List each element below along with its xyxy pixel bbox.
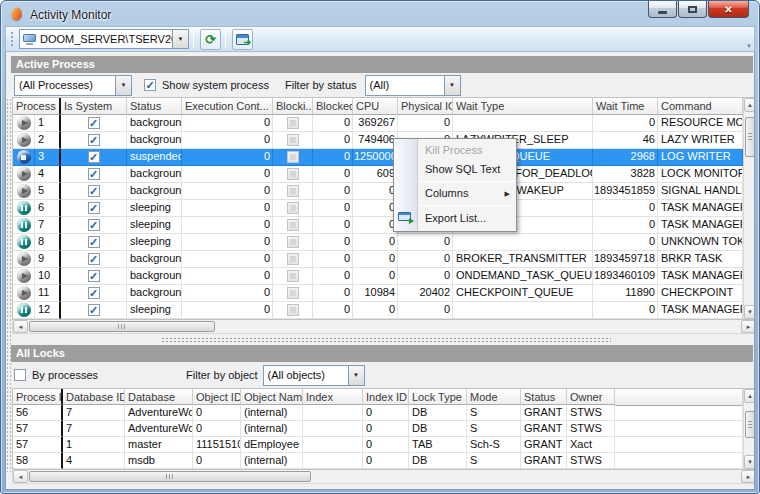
show-system-label: Show system process: [162, 79, 269, 91]
server-combo-dropdown-button[interactable]: ▼: [172, 30, 188, 48]
all-locks-horizontal-scrollbar[interactable]: ◄ ►: [12, 470, 755, 484]
cell-blocked-by: 0: [313, 183, 353, 200]
scroll-track[interactable]: [744, 403, 755, 455]
minimize-button[interactable]: [648, 1, 677, 18]
column-header-object-name[interactable]: Object Name: [241, 389, 303, 405]
column-header-blocked-[interactable]: Blocked ...: [313, 98, 353, 115]
column-header-wait-type[interactable]: Wait Type: [453, 98, 593, 115]
column-header-mode[interactable]: Mode: [467, 389, 521, 405]
menu-item-show-sql-text[interactable]: Show SQL Text: [394, 160, 516, 179]
scroll-thumb[interactable]: [29, 471, 311, 482]
cell-cpu: 609: [353, 166, 398, 183]
column-header-lock-type[interactable]: Lock Type: [409, 389, 467, 405]
scroll-left-button[interactable]: ◄: [13, 320, 28, 333]
scroll-right-button[interactable]: ►: [741, 320, 755, 333]
process-row[interactable]: 10✓background0000ONDEMAND_TASK_QUEUE1893…: [13, 268, 743, 285]
process-row[interactable]: 7✓sleeping00000TASK MANAGER: [13, 217, 743, 234]
column-header-execution-cont-[interactable]: Execution Cont...: [182, 98, 273, 115]
process-row[interactable]: 1✓background0036926700RESOURCE MONITOR: [13, 115, 743, 132]
column-header-index[interactable]: Index: [303, 389, 363, 405]
column-header-object-id[interactable]: Object ID: [193, 389, 241, 405]
cell-process-id: 1: [35, 115, 61, 132]
all-locks-header-row: Process IDDatabase IDDatabaseObject IDOb…: [13, 389, 743, 405]
by-processes-checkbox[interactable]: [14, 369, 26, 381]
cell-object-name: dEmployee: [241, 437, 303, 453]
cell-status: background: [127, 115, 182, 132]
column-header-is-system[interactable]: Is System: [61, 98, 127, 115]
active-process-vertical-scrollbar[interactable]: ▲ ▼: [743, 98, 755, 319]
column-header-process-[interactable]: Process ...: [13, 98, 61, 115]
lock-row[interactable]: 571master1115151018dEmployee0TABSch-SGRA…: [13, 437, 743, 453]
menu-item-columns[interactable]: Columns▶: [394, 184, 516, 203]
scroll-right-button[interactable]: ►: [741, 470, 755, 483]
column-header-command[interactable]: Command: [658, 98, 743, 115]
column-header-physical-io[interactable]: Physical IO: [398, 98, 453, 115]
close-button[interactable]: ✕: [708, 1, 749, 18]
cell-process-id: 9: [35, 251, 61, 268]
menu-item-kill-process[interactable]: Kill Process: [394, 141, 516, 160]
cell-lock-type: DB: [409, 453, 467, 469]
server-combo[interactable]: DOOM_SERVER\TSERV2005 ▼: [19, 29, 189, 49]
object-filter-dropdown-button[interactable]: ▼: [348, 366, 364, 385]
process-row[interactable]: 11✓background001098420402CHECKPOINT_QUEU…: [13, 285, 743, 302]
scroll-up-button[interactable]: ▲: [744, 98, 755, 112]
title-bar[interactable]: Activity Monitor ✕: [5, 1, 755, 26]
scroll-left-button[interactable]: ◄: [13, 470, 28, 483]
column-header-owner[interactable]: Owner: [567, 389, 615, 405]
process-row[interactable]: 8✓sleeping00000UNKNOWN TOKEN: [13, 234, 743, 251]
column-header-wait-time[interactable]: Wait Time: [593, 98, 658, 115]
is-system-checkbox: ✓: [88, 270, 100, 282]
process-row[interactable]: 9✓background0000BROKER_TRANSMITTER189345…: [13, 251, 743, 268]
column-header-index-id[interactable]: Index ID: [363, 389, 409, 405]
scroll-up-button[interactable]: ▲: [744, 389, 755, 403]
check-icon: ✓: [89, 186, 98, 196]
status-filter-dropdown-button[interactable]: ▼: [444, 76, 460, 95]
status-filter-combo[interactable]: (All) ▼: [365, 75, 461, 96]
column-header-status[interactable]: Status: [521, 389, 567, 405]
column-header-database-id[interactable]: Database ID: [63, 389, 125, 405]
scroll-thumb[interactable]: [29, 321, 215, 332]
section-splitter[interactable]: [6, 334, 754, 345]
process-row[interactable]: 12✓sleeping00000TASK MANAGER: [13, 302, 743, 319]
toolbar-grip[interactable]: [10, 31, 15, 47]
scroll-thumb[interactable]: [745, 411, 755, 438]
scroll-track[interactable]: [28, 470, 741, 483]
scroll-thumb[interactable]: [745, 117, 755, 157]
toolbar-overflow-chevron[interactable]: ▼: [746, 43, 752, 49]
cell-object-name: (internal): [241, 405, 303, 421]
menu-item-export-list[interactable]: Export List...: [394, 208, 516, 229]
process-state-cell: [13, 115, 35, 132]
column-header-status[interactable]: Status: [127, 98, 182, 115]
column-header-database[interactable]: Database: [125, 389, 193, 405]
all-locks-vertical-scrollbar[interactable]: ▲ ▼: [743, 389, 755, 469]
process-row[interactable]: 2✓background007494060LAZYWRITER_SLEEP46L…: [13, 132, 743, 149]
object-filter-combo[interactable]: (All objects) ▼: [263, 365, 365, 386]
process-row[interactable]: 3✓suspended0012500000LOGMGR_QUEUE2968LOG…: [13, 149, 743, 166]
open-in-window-button[interactable]: ➜: [232, 29, 253, 50]
process-row[interactable]: 4✓background006090REQUEST_FOR_DEADLOCK_S…: [13, 166, 743, 183]
column-header-cpu[interactable]: CPU: [353, 98, 398, 115]
scroll-track[interactable]: [744, 112, 755, 305]
check-icon: ✓: [89, 237, 98, 247]
show-system-checkbox[interactable]: ✓: [144, 79, 156, 91]
process-row[interactable]: 5✓background0000KSOURCE_WAKEUP1893451859…: [13, 183, 743, 200]
process-row[interactable]: 6✓sleeping00000TASK MANAGER: [13, 200, 743, 217]
process-filter-dropdown-button[interactable]: ▼: [115, 76, 131, 95]
column-header-blocki-[interactable]: Blocki...: [273, 98, 313, 115]
cell-database: master: [125, 437, 193, 453]
lock-row[interactable]: 584msdb0(internal)0DBSGRANTSTWS: [13, 453, 743, 469]
by-processes-label: By processes: [32, 369, 98, 381]
refresh-button[interactable]: ⟳: [200, 29, 221, 50]
lock-row[interactable]: 567AdventureWorks0(internal)0DBSGRANTSTW…: [13, 405, 743, 421]
process-filter-value: (All Processes): [15, 79, 115, 91]
active-process-horizontal-scrollbar[interactable]: ◄ ►: [12, 320, 755, 334]
maximize-button[interactable]: [678, 1, 707, 18]
scroll-track[interactable]: [28, 320, 741, 333]
process-filter-combo[interactable]: (All Processes) ▼: [14, 75, 132, 96]
lock-row[interactable]: 577AdventureWorks0(internal)0DBSGRANTSTW…: [13, 421, 743, 437]
cell-process-id: 8: [35, 234, 61, 251]
scroll-down-button[interactable]: ▼: [744, 455, 755, 469]
cell-cpu: 10984: [353, 285, 398, 302]
scroll-down-button[interactable]: ▼: [744, 305, 755, 319]
column-header-process-id[interactable]: Process ID: [13, 389, 63, 405]
